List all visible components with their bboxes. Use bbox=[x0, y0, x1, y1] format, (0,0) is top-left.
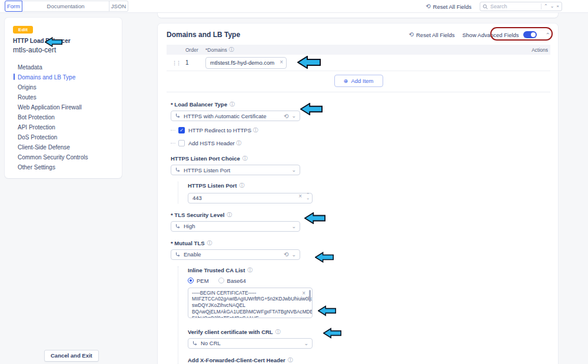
http-redirect-label: HTTP Redirect to HTTPS bbox=[188, 127, 251, 133]
sidebar-item-domains-lb-type[interactable]: Domains and LB Type bbox=[5, 72, 122, 82]
column-actions: Actions bbox=[515, 47, 550, 53]
sidebar-item-common-security-controls[interactable]: Common Security Controls bbox=[5, 152, 122, 162]
listen-port-choice-value: HTTPS Listen Port bbox=[184, 167, 288, 173]
chevron-down-icon: ⌄ bbox=[291, 252, 296, 258]
sidebar-item-dos-protection[interactable]: DoS Protection bbox=[5, 132, 122, 142]
toggle-knob bbox=[531, 32, 536, 37]
edit-badge: Edit bbox=[13, 26, 33, 34]
hsts-checkbox-row[interactable]: Add HSTS Header ⓘ bbox=[171, 139, 550, 147]
crl-select[interactable]: No CRL ⌄ bbox=[188, 338, 313, 349]
listen-port-input[interactable] bbox=[188, 193, 313, 203]
inline-ca-textarea[interactable]: -----BEGIN CERTIFICATE----- MIIFZTCCA02g… bbox=[188, 288, 313, 318]
show-advanced-fields-toggle[interactable] bbox=[523, 31, 537, 38]
clear-icon[interactable]: × bbox=[302, 290, 305, 296]
cancel-and-exit-button[interactable]: Cancel and Exit bbox=[44, 350, 99, 362]
info-icon: ⓘ bbox=[239, 182, 244, 189]
tls-level-label: * TLS Security Level bbox=[171, 212, 224, 218]
sidebar-item-metadata[interactable]: Metadata bbox=[5, 62, 122, 72]
object-name: mtls-auto-cert bbox=[13, 46, 115, 54]
radio-base64-dot bbox=[218, 278, 224, 283]
info-icon: ⓘ bbox=[242, 155, 248, 162]
info-icon: ⓘ bbox=[229, 46, 234, 54]
search-close-icon[interactable]: × bbox=[556, 4, 559, 9]
info-icon: ⓘ bbox=[253, 126, 258, 134]
add-item-button[interactable]: ⊕ Add Item bbox=[334, 75, 383, 87]
top-toolbar: Form Documentation JSON ⟲ Reset All Fiel… bbox=[0, 0, 588, 13]
object-type-title: HTTP Load Balancer bbox=[13, 38, 115, 44]
sidebar-menu: Metadata Domains and LB Type Origins Rou… bbox=[5, 62, 122, 172]
info-icon: ⓘ bbox=[230, 101, 235, 108]
reset-all-fields-section-label: Reset All Fields bbox=[416, 32, 454, 38]
collapse-section-icon[interactable]: ⌃ bbox=[546, 32, 550, 38]
hsts-checkbox[interactable] bbox=[178, 140, 185, 146]
info-icon: ⓘ bbox=[275, 328, 281, 336]
chevron-down-icon: ⌄ bbox=[291, 223, 296, 229]
info-icon: ⓘ bbox=[288, 356, 293, 364]
domain-row-order: 1 bbox=[185, 59, 205, 66]
domain-input[interactable] bbox=[205, 57, 287, 69]
view-tabs: Form Documentation JSON bbox=[5, 1, 128, 12]
number-stepper[interactable]: ⌃⌄ bbox=[306, 193, 310, 200]
clear-domain-icon[interactable]: × bbox=[280, 59, 283, 65]
reset-all-fields-section-button[interactable]: ⟲ Reset All Fields bbox=[409, 32, 455, 38]
reset-all-fields-top-button[interactable]: ⟲ Reset All Fields bbox=[426, 4, 471, 10]
sidebar-item-client-side-defense[interactable]: Client-Side Defense bbox=[5, 142, 122, 152]
info-icon: ⓘ bbox=[236, 139, 241, 147]
search-box: ⌃ ⌄ × bbox=[480, 2, 562, 11]
tab-documentation[interactable]: Documentation bbox=[22, 1, 109, 12]
reset-field-icon[interactable]: ⟲ bbox=[284, 251, 288, 258]
http-redirect-checkbox[interactable]: ✓ bbox=[178, 127, 185, 133]
search-input[interactable] bbox=[490, 4, 539, 9]
mutual-tls-label: * Mutual TLS bbox=[171, 240, 205, 246]
connector bbox=[171, 130, 175, 131]
reset-icon: ⟲ bbox=[426, 4, 430, 9]
domains-lb-type-card: Domains and LB Type ⟲ Reset All Fields S… bbox=[158, 24, 558, 364]
listen-port-choice-label: HTTPS Listen Port Choice bbox=[171, 155, 240, 162]
reset-icon: ⟲ bbox=[409, 32, 414, 38]
add-icon: ⊕ bbox=[344, 78, 348, 84]
ca-format-radio-group: PEM Base64 bbox=[188, 278, 550, 284]
oneof-icon bbox=[192, 340, 198, 346]
show-advanced-fields-label: Show Advanced Fields bbox=[462, 32, 519, 38]
radio-pem[interactable]: PEM bbox=[188, 278, 209, 284]
section-title: Domains and LB Type bbox=[167, 31, 409, 39]
drag-handle-icon[interactable]: ⋮⋮ bbox=[172, 60, 180, 66]
oneof-icon bbox=[175, 167, 181, 173]
sidebar-item-other-settings[interactable]: Other Settings bbox=[5, 162, 122, 172]
listen-port-choice-select[interactable]: HTTPS Listen Port ⌄ bbox=[171, 165, 300, 175]
listen-port-label: HTTPS Listen Port bbox=[188, 182, 237, 189]
scrollbar-thumb[interactable] bbox=[309, 290, 311, 302]
tab-json[interactable]: JSON bbox=[109, 1, 128, 12]
search-prev-icon[interactable]: ⌃ bbox=[544, 4, 548, 9]
lb-type-label: * Load Balancer Type bbox=[171, 101, 227, 108]
column-order: Order bbox=[185, 47, 205, 53]
clear-icon[interactable]: × bbox=[298, 193, 302, 199]
search-next-icon[interactable]: ⌄ bbox=[550, 4, 554, 9]
info-icon: ⓘ bbox=[227, 211, 232, 219]
domain-row: ⋮⋮ 1 × bbox=[167, 55, 550, 71]
column-domains: *Domains bbox=[205, 47, 227, 53]
info-icon: ⓘ bbox=[247, 266, 253, 274]
chevron-down-icon: ⌄ bbox=[291, 167, 296, 173]
tls-level-select[interactable]: High ⌄ bbox=[171, 221, 300, 232]
reset-field-icon[interactable]: ⟲ bbox=[284, 113, 288, 119]
radio-pem-dot bbox=[188, 278, 194, 283]
sidebar-item-bot-protection[interactable]: Bot Protection bbox=[5, 112, 122, 122]
sidebar-item-api-protection[interactable]: API Protection bbox=[5, 122, 122, 132]
mutual-tls-select[interactable]: Enable ⟲ ⌄ bbox=[171, 249, 300, 260]
sidebar: Edit HTTP Load Balancer mtls-auto-cert M… bbox=[5, 18, 122, 178]
sidebar-item-waf[interactable]: Web Application Firewall bbox=[5, 102, 122, 112]
crl-label: Verify client certificate with CRL bbox=[188, 329, 273, 335]
sidebar-item-routes[interactable]: Routes bbox=[5, 92, 122, 102]
info-icon: ⓘ bbox=[207, 239, 212, 247]
chevron-down-icon: ⌄ bbox=[291, 113, 296, 119]
lb-type-value: HTTPS with Automatic Certificate bbox=[184, 113, 281, 119]
radio-base64[interactable]: Base64 bbox=[218, 278, 246, 284]
lb-type-select[interactable]: HTTPS with Automatic Certificate ⟲ ⌄ bbox=[171, 111, 300, 121]
inline-ca-label: Inline Trusted CA List bbox=[188, 267, 245, 273]
tab-form[interactable]: Form bbox=[5, 1, 22, 12]
domains-table-header: Order *Domains ⓘ Actions bbox=[167, 45, 550, 55]
divider bbox=[541, 4, 542, 9]
sidebar-item-origins[interactable]: Origins bbox=[5, 82, 122, 92]
http-redirect-checkbox-row[interactable]: ✓ HTTP Redirect to HTTPS ⓘ bbox=[171, 126, 550, 134]
